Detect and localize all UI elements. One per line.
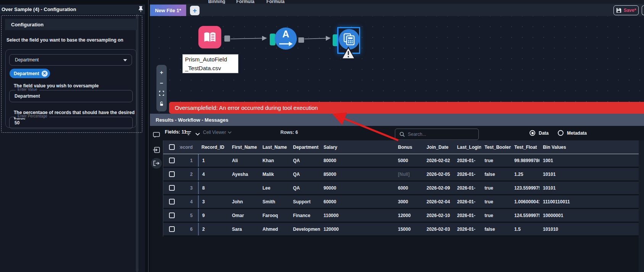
output-anchor[interactable]	[298, 37, 304, 43]
toolbar-partial-strip: Binning Formula Formula	[150, 0, 644, 4]
row-checkbox[interactable]	[169, 199, 175, 204]
table-cell: 85000	[320, 168, 394, 180]
data-radio-label: Data	[539, 130, 549, 136]
search-input[interactable]	[408, 132, 478, 137]
toolbar-item-formula-1[interactable]: Formula	[236, 0, 254, 4]
tab-new-file[interactable]: New File 1*	[150, 5, 186, 16]
toolbar-item-formula-2[interactable]: Formula	[266, 0, 284, 4]
search-box	[395, 129, 479, 140]
chevron-down-icon[interactable]	[195, 130, 200, 137]
select-all-checkbox[interactable]	[169, 144, 175, 150]
table-cell: Ayesha	[229, 168, 259, 180]
table-cell: 5000	[394, 154, 423, 167]
table-row[interactable]: 43JohnSmithSupport6000030002026-02-04202…	[163, 195, 639, 209]
autofield-letter: A	[275, 29, 297, 40]
column-header-department[interactable]: Department	[290, 140, 320, 154]
table-cell: 4	[180, 195, 198, 208]
input-file-node[interactable]	[198, 26, 221, 48]
row-checkbox[interactable]	[169, 171, 175, 177]
table-cell: 1001	[539, 154, 639, 167]
row-checkbox[interactable]	[169, 185, 175, 191]
filter-icon[interactable]	[185, 130, 192, 137]
table-cell: 2026-01-	[454, 182, 481, 194]
value-field: Enter Value	[9, 90, 133, 102]
autofield-node[interactable]: A	[275, 27, 297, 50]
selected-field-chip[interactable]: Department ✕	[10, 69, 50, 78]
table-cell: 101010	[539, 223, 639, 235]
table-row[interactable]: 38LeeQA9000060002026-02-092026-01-true12…	[163, 182, 639, 195]
row-checkbox[interactable]	[169, 226, 175, 232]
app-root: Over Sample (4) - Configuration Configur…	[0, 0, 644, 272]
table-row[interactable]: 62SaraAhmedDevelopment120000150002026-02…	[163, 223, 639, 237]
data-radio[interactable]: Data	[530, 130, 549, 136]
book-icon	[203, 31, 217, 43]
tab-bar: New File 1* + Save*	[150, 4, 644, 16]
column-header-join-date[interactable]: Join_Date	[423, 140, 454, 154]
table-body: 11AliKhanQA8000050002026-02-022026-01-tr…	[163, 154, 639, 237]
column-header-record[interactable]: Record	[180, 140, 198, 154]
output-anchor[interactable]	[224, 35, 230, 42]
table-row[interactable]: 11AliKhanQA8000050002026-02-022026-01-tr…	[163, 154, 639, 168]
table-cell: Smith	[259, 195, 290, 208]
table-cell: 10101	[539, 182, 639, 194]
column-header-record-id[interactable]: Record_ID	[198, 140, 229, 154]
column-header-first-name[interactable]: First_Name	[229, 140, 259, 154]
add-tab-button[interactable]: +	[190, 6, 200, 15]
table-cell: 60000	[320, 195, 394, 208]
lock-button[interactable]	[158, 100, 166, 108]
cell-viewer-dropdown[interactable]: Cell Viewer	[203, 130, 232, 135]
warning-icon[interactable]	[341, 47, 356, 60]
percentage-field: Enter Percentage	[9, 117, 133, 129]
remove-chip-icon[interactable]: ✕	[42, 71, 48, 77]
value-input[interactable]	[10, 90, 132, 102]
fields-count-label[interactable]: Fields: 11	[165, 129, 187, 135]
table-cell: true	[481, 195, 511, 208]
panel-title: Over Sample (4) - Configuration	[0, 6, 76, 12]
table-cell: 1	[198, 154, 229, 167]
table-cell: 1.25	[511, 168, 539, 180]
error-banner: Oversamplefield: An error occurred durin…	[169, 102, 644, 114]
column-header-salary[interactable]: Salary	[320, 140, 394, 154]
table-row[interactable]: 24AyeshaMalikQA85000[Null]2026-02-052026…	[163, 168, 639, 182]
save-label: Save*	[624, 8, 636, 13]
workflow-canvas[interactable]: + − A	[150, 16, 644, 114]
zoom-out-button[interactable]: −	[158, 79, 166, 87]
panel-divider[interactable]	[145, 0, 150, 272]
table-cell: 11100110011	[539, 195, 639, 208]
column-header-bonus[interactable]: Bonus	[394, 140, 423, 154]
table-cell: 110000	[320, 209, 394, 222]
floppy-icon	[616, 8, 621, 13]
toolbar-item-binning[interactable]: Binning	[208, 0, 225, 4]
percentage-input[interactable]	[10, 117, 132, 129]
zoom-in-button[interactable]: +	[158, 69, 166, 76]
table-cell: false	[481, 223, 511, 235]
column-header-bin-values[interactable]: Bin Values	[539, 140, 639, 154]
column-header-test-boolen[interactable]: Test_Boolen	[481, 140, 511, 154]
fit-to-screen-button[interactable]	[158, 90, 166, 97]
save-button[interactable]: Save*	[613, 5, 639, 15]
node-label[interactable]: Prism_AutoField _TestData.csv	[182, 54, 238, 73]
column-header-test-float[interactable]: Test_Float	[511, 140, 539, 154]
table-cell: 3	[180, 182, 198, 194]
table-cell: 9	[198, 209, 229, 222]
view-mode-radios: Data Metadata	[530, 130, 587, 136]
table-cell: 4	[198, 168, 229, 180]
row-checkbox[interactable]	[169, 158, 175, 163]
dock-panel-icon[interactable]	[152, 145, 161, 155]
table-scrollbar-track[interactable]	[639, 140, 644, 272]
table-row[interactable]: 59OmarFarooqFinance110000120002026-02-10…	[163, 209, 639, 223]
column-header-last-name[interactable]: Last_Name	[259, 140, 290, 154]
partial-button[interactable]	[642, 5, 644, 15]
exit-panel-icon[interactable]	[151, 158, 162, 169]
field-dropdown[interactable]: Department	[9, 54, 132, 66]
metadata-radio[interactable]: Metadata	[558, 130, 587, 136]
pin-icon[interactable]	[137, 6, 144, 13]
row-checkbox[interactable]	[169, 212, 175, 218]
select-all-cell	[163, 140, 180, 154]
column-header-last-login[interactable]: Last_Login	[454, 140, 481, 154]
table-cell: 90000	[320, 182, 394, 194]
comment-icon[interactable]	[152, 130, 161, 140]
table-cell: true	[481, 209, 511, 222]
node-label-line1: Prism_AutoField	[185, 55, 236, 64]
table-cell: 3	[198, 195, 229, 208]
